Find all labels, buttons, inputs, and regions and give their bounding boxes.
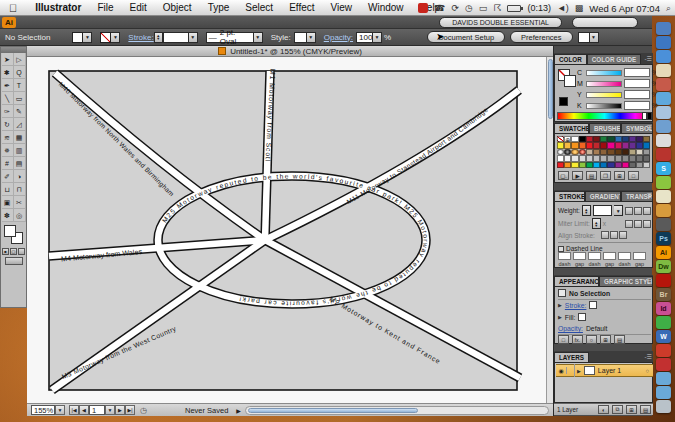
dock-icon-folder-1[interactable] — [656, 372, 671, 385]
swatch-62[interactable] — [629, 162, 636, 168]
layer-row[interactable]: ◉ ▶ Layer 1 ○ — [556, 364, 653, 377]
swatch-16[interactable] — [579, 142, 586, 148]
weight-arrow[interactable]: ▼ — [614, 205, 623, 216]
layer-lock-cell[interactable] — [567, 364, 575, 377]
mesh-tool[interactable]: # — [2, 157, 14, 170]
swatch-60[interactable] — [615, 162, 622, 168]
swatch-libraries-button[interactable]: ▢. — [558, 171, 569, 180]
swatch-54[interactable] — [571, 162, 578, 168]
opacity-link[interactable]: Opacity: — [324, 33, 353, 42]
style-combo[interactable] — [294, 32, 307, 43]
add-effect-button[interactable]: fx. — [572, 335, 583, 344]
channel-value-field[interactable] — [624, 90, 650, 99]
swatch-57[interactable] — [593, 162, 600, 168]
clear-appearance-button[interactable]: ○ — [586, 335, 597, 344]
dock-icon-mail[interactable] — [656, 120, 671, 133]
tab-layers[interactable]: LAYERS — [554, 352, 589, 362]
lasso-tool[interactable]: Q — [14, 66, 26, 79]
blend-tool[interactable]: ◑ — [14, 170, 26, 183]
rectangle-tool[interactable]: ▭ — [14, 92, 26, 105]
zoom-dropdown-arrow[interactable]: ▼ — [55, 405, 65, 415]
dash-field-2[interactable] — [588, 252, 601, 260]
swatch-kinds-button[interactable]: ▶ — [572, 171, 583, 180]
dock-icon-illustrator[interactable]: Ai — [656, 246, 671, 259]
layer-target-icon[interactable]: ○ — [645, 368, 649, 374]
channel-value-field[interactable] — [624, 68, 650, 77]
fill-dropdown-arrow[interactable]: ▼ — [83, 32, 92, 43]
appearance-stroke-label[interactable]: Stroke: — [565, 302, 587, 309]
menu-item-effect[interactable]: Effect — [281, 2, 322, 13]
channel-value-field[interactable] — [624, 79, 650, 88]
brush-definition-combo[interactable]: —2 pt. Oval — [206, 32, 254, 43]
swatch-59[interactable] — [607, 162, 614, 168]
artboard-tool[interactable]: ▣ — [2, 196, 14, 209]
new-color-group-button[interactable]: ❐ — [600, 171, 611, 180]
new-sublayer-button[interactable]: ⧉ — [612, 405, 623, 414]
dash-field-0[interactable] — [558, 252, 571, 260]
menu-item-type[interactable]: Type — [200, 2, 238, 13]
icon-combo[interactable] — [578, 32, 590, 43]
stroke-weight-field[interactable] — [163, 32, 189, 43]
draw-mode-button[interactable] — [5, 257, 23, 265]
line-tool[interactable]: ╲ — [2, 92, 14, 105]
round-cap-button[interactable] — [634, 207, 642, 215]
stroke-row-disclosure[interactable]: ▶ — [558, 302, 562, 308]
apple-menu-icon[interactable]:  — [9, 2, 17, 14]
tab-brushes[interactable]: BRUSHES — [589, 123, 621, 133]
layer-disclosure[interactable]: ▶ — [577, 368, 581, 374]
rotate-tool[interactable]: ↻ — [2, 118, 14, 131]
dash-field-3[interactable] — [603, 252, 616, 260]
miter-stepper[interactable]: ▲▼ — [592, 218, 601, 229]
stroke-weight-stepper[interactable]: ▲▼ — [154, 32, 163, 43]
dock-icon-stickies[interactable] — [656, 190, 671, 203]
live-paint-selection-tool[interactable]: ⊓ — [14, 183, 26, 196]
dock-icon-dreamweaver[interactable]: Dw — [656, 260, 671, 273]
pen-tool[interactable]: ✒ — [2, 79, 14, 92]
style-combo-arrow[interactable]: ▼ — [307, 32, 316, 43]
zoom-level-field[interactable]: 155% — [31, 405, 55, 415]
swatch-53[interactable] — [564, 162, 571, 168]
stroke-weight-arrow[interactable]: ▼ — [189, 32, 198, 43]
appearance-opacity-link[interactable]: Opacity: — [558, 325, 583, 332]
dock-icon-acrobat[interactable] — [656, 274, 671, 287]
channel-slider[interactable] — [586, 103, 622, 109]
tab-gradient[interactable]: GRADIENT — [585, 191, 621, 201]
channel-slider[interactable] — [586, 81, 622, 87]
fill-row-disclosure[interactable]: ▶ — [558, 314, 562, 320]
displays-icon[interactable]: ▭ — [479, 3, 488, 13]
dock-icon-word[interactable]: W — [656, 330, 671, 343]
weight-field[interactable] — [593, 205, 613, 216]
stroke-dropdown-arrow[interactable]: ▼ — [111, 32, 120, 43]
dock-icon-red-app[interactable] — [656, 78, 671, 91]
dashed-line-checkbox[interactable] — [558, 246, 564, 252]
channel-slider[interactable] — [586, 92, 622, 98]
bevel-join-button[interactable] — [643, 220, 651, 228]
artboard-number-field[interactable]: 1 — [89, 405, 105, 415]
selection-tool[interactable]: ➤ — [2, 53, 14, 66]
volume-icon[interactable]: ◄) — [557, 3, 569, 13]
tab-swatches[interactable]: SWATCHES — [554, 123, 589, 133]
dock-icon-dashboard[interactable] — [656, 22, 671, 35]
color-panel-menu-icon[interactable]: -☰ — [645, 55, 652, 62]
battery-icon[interactable] — [507, 5, 521, 12]
channel-slider[interactable] — [586, 70, 622, 76]
menu-item-edit[interactable]: Edit — [122, 2, 155, 13]
layer-visibility-eye-icon[interactable]: ◉ — [556, 367, 567, 374]
dock-icon-notes[interactable] — [656, 64, 671, 77]
menu-item-object[interactable]: Object — [155, 2, 200, 13]
swatches-panel-menu-icon[interactable]: -☰ — [645, 124, 652, 131]
tab-color-guide[interactable]: COLOR GUIDE — [587, 54, 641, 64]
icon-combo-arrow[interactable]: ▼ — [590, 32, 599, 43]
dock-icon-textedit[interactable] — [656, 134, 671, 147]
color-black-chip[interactable] — [559, 97, 568, 106]
dock-icon-chart-app[interactable] — [656, 204, 671, 217]
align-center-button[interactable] — [601, 231, 609, 239]
swatch-options-button[interactable]: ▤ — [586, 171, 597, 180]
projecting-cap-button[interactable] — [643, 207, 651, 215]
none-mode-button[interactable] — [18, 248, 25, 255]
prev-artboard-button[interactable]: ◀ — [79, 405, 89, 415]
dash-field-1[interactable] — [573, 252, 586, 260]
swatch-13[interactable] — [557, 142, 564, 148]
swatch-63[interactable] — [636, 162, 643, 168]
appearance-fill-swatch[interactable] — [578, 313, 586, 321]
